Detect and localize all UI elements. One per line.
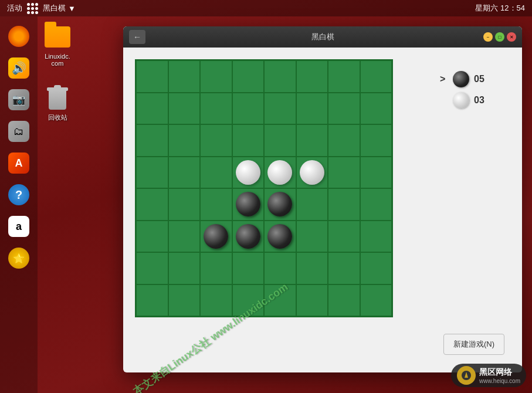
- board-cell[interactable]: [136, 157, 168, 189]
- piece-black: [236, 224, 260, 249]
- camera-icon: 📷: [8, 89, 29, 110]
- board-cell[interactable]: [328, 188, 360, 221]
- game-area: > 05 03: [123, 48, 522, 372]
- black-score: 05: [474, 74, 484, 84]
- board-cell[interactable]: [264, 188, 296, 221]
- dock-item-sound[interactable]: 🔊: [5, 54, 33, 82]
- board-cell[interactable]: [296, 221, 328, 253]
- dock-item-stars[interactable]: ⭐: [5, 244, 33, 272]
- activities-label[interactable]: 活动: [7, 3, 22, 13]
- board-cell[interactable]: [232, 284, 265, 317]
- board-cell[interactable]: [168, 157, 201, 189]
- board-cell[interactable]: [264, 252, 296, 284]
- folder-icon: [43, 23, 72, 51]
- board-cell[interactable]: [264, 93, 296, 125]
- board-cell[interactable]: [296, 60, 328, 93]
- board-cell[interactable]: [200, 188, 232, 221]
- board-cell[interactable]: [296, 157, 328, 189]
- board-cell[interactable]: [136, 60, 168, 93]
- white-piece-icon: [453, 92, 469, 109]
- topbar-app-name[interactable]: 黑白棋 ▼: [43, 3, 76, 13]
- board-cell[interactable]: [360, 157, 392, 189]
- board-cell[interactable]: [168, 221, 201, 253]
- current-player-indicator: >: [440, 74, 448, 84]
- board-cell[interactable]: [200, 252, 232, 284]
- board-cell[interactable]: [232, 124, 265, 157]
- ubuntu-menu-icon[interactable]: [27, 3, 38, 14]
- board-cell[interactable]: [168, 284, 201, 317]
- board-cell[interactable]: [136, 252, 168, 284]
- board-cell[interactable]: [200, 157, 232, 189]
- board-cell[interactable]: [328, 124, 360, 157]
- board-cell[interactable]: [168, 93, 201, 125]
- board-cell[interactable]: [328, 284, 360, 317]
- board-cell[interactable]: [232, 252, 265, 284]
- dock-item-firefox[interactable]: [5, 22, 33, 50]
- board-cell[interactable]: [136, 188, 168, 221]
- app-window: ← 黑白棋 − □ ✕ > 05 03 新建游戏(N): [123, 26, 522, 372]
- topbar: 活动 黑白棋 ▼ 星期六 12：54: [0, 0, 532, 16]
- board-cell[interactable]: [136, 284, 168, 317]
- board-cell[interactable]: [296, 252, 328, 284]
- board-cell[interactable]: [296, 93, 328, 125]
- board-cell[interactable]: [296, 284, 328, 317]
- board-cell[interactable]: [168, 188, 201, 221]
- dock-item-camera[interactable]: 📷: [5, 86, 33, 114]
- board-cell[interactable]: [168, 252, 201, 284]
- board-cell[interactable]: [136, 221, 168, 253]
- window-back-button[interactable]: ←: [129, 30, 145, 44]
- appstore-icon: A: [8, 153, 29, 174]
- board-cell[interactable]: [360, 60, 392, 93]
- board-cell[interactable]: [232, 93, 265, 125]
- window-maximize-button[interactable]: □: [495, 32, 504, 42]
- dock-item-appstore[interactable]: A: [5, 149, 33, 177]
- desktop-icon-linuxidc[interactable]: Linuxidc. com: [41, 21, 74, 69]
- board-cell[interactable]: [136, 124, 168, 157]
- board-cell[interactable]: [264, 221, 296, 253]
- board-cell[interactable]: [232, 221, 265, 253]
- board-cell[interactable]: [328, 221, 360, 253]
- dock-item-files[interactable]: 🗂: [5, 117, 33, 145]
- board-cell[interactable]: [200, 60, 232, 93]
- board-cell[interactable]: [168, 60, 201, 93]
- board-cell[interactable]: [232, 157, 265, 189]
- board-cell[interactable]: [328, 252, 360, 284]
- board-cell[interactable]: [200, 221, 232, 253]
- board-cell[interactable]: [264, 284, 296, 317]
- board-cell[interactable]: [328, 157, 360, 189]
- window-close-button[interactable]: ✕: [507, 32, 516, 42]
- board-cell[interactable]: [328, 60, 360, 93]
- game-board[interactable]: [135, 59, 393, 317]
- window-minimize-button[interactable]: −: [483, 32, 493, 42]
- board-cell[interactable]: [360, 93, 392, 125]
- board-cell[interactable]: [360, 284, 392, 317]
- board-cell[interactable]: [232, 60, 265, 93]
- board-cell[interactable]: [264, 60, 296, 93]
- firefox-icon: [8, 26, 29, 47]
- board-cell[interactable]: [168, 124, 201, 157]
- board-cell[interactable]: [264, 124, 296, 157]
- board-cell[interactable]: [200, 93, 232, 125]
- amazon-icon: a: [8, 216, 29, 237]
- board-cell[interactable]: [360, 188, 392, 221]
- board-cell[interactable]: [296, 188, 328, 221]
- stars-icon: ⭐: [8, 248, 29, 269]
- board-cell[interactable]: [360, 124, 392, 157]
- dot: [27, 11, 30, 14]
- clock: 星期六 12：54: [475, 3, 525, 13]
- board-cell[interactable]: [296, 124, 328, 157]
- new-game-button[interactable]: 新建游戏(N): [443, 334, 504, 355]
- dock-item-amazon[interactable]: a: [5, 212, 33, 240]
- board-cell[interactable]: [360, 221, 392, 253]
- desktop-icon-trash[interactable]: 回收站: [41, 81, 74, 124]
- board-cell[interactable]: [200, 124, 232, 157]
- board-cell[interactable]: [264, 157, 296, 189]
- board-cell[interactable]: [328, 93, 360, 125]
- board-cell[interactable]: [360, 252, 392, 284]
- board-cell[interactable]: [136, 93, 168, 125]
- board-cell[interactable]: [200, 284, 232, 317]
- logo-text-block: 黑区网络 www.heiqu.com: [479, 367, 520, 384]
- board-cell[interactable]: [232, 188, 265, 221]
- topbar-app-label: 黑白棋: [43, 3, 66, 13]
- dock-item-help[interactable]: ?: [5, 181, 33, 209]
